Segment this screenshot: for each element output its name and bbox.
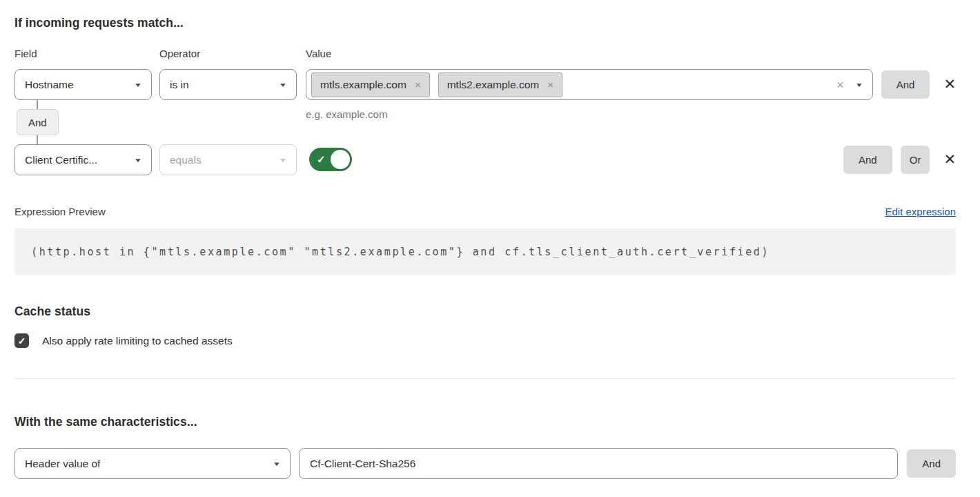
value-tag: mtls.example.com × — [311, 72, 430, 97]
value-tag-label: mtls.example.com — [320, 79, 406, 91]
chevron-down-icon: ▼ — [279, 157, 287, 163]
cached-assets-checkbox-label: Also apply rate limiting to cached asset… — [42, 335, 233, 347]
expression-code-block: (http.host in {"mtls.example.com" "mtls2… — [14, 228, 956, 275]
column-labels: Field Operator Value — [14, 48, 956, 59]
toggle-knob — [331, 150, 350, 169]
value-column-label: Value — [306, 48, 956, 59]
cache-status-title: Cache status — [14, 304, 956, 319]
operator-select-2-disabled: equals ▼ — [159, 144, 297, 175]
match-section-title: If incoming requests match... — [14, 16, 956, 30]
characteristics-section: With the same characteristics... Header … — [14, 415, 956, 479]
rate-limit-rule-builder: If incoming requests match... Field Oper… — [0, 0, 980, 479]
characteristic-select-value: Header value of — [25, 458, 100, 470]
check-icon: ✓ — [317, 153, 326, 166]
expression-preview-section: Expression Preview Edit expression (http… — [14, 206, 956, 275]
remove-tag-icon[interactable]: × — [547, 79, 553, 90]
add-and-condition-button[interactable]: And — [881, 70, 930, 99]
add-and-condition-button[interactable]: And — [843, 146, 892, 174]
chevron-down-icon[interactable]: ▼ — [855, 81, 863, 88]
field-column-label: Field — [14, 48, 159, 59]
edit-expression-link[interactable]: Edit expression — [885, 206, 956, 217]
value-tag: mtls2.example.com × — [438, 72, 562, 97]
field-select-1[interactable]: Hostname ▼ — [14, 69, 152, 100]
characteristics-title: With the same characteristics... — [14, 415, 956, 429]
field-select-2[interactable]: Client Certific... ▼ — [14, 144, 152, 175]
delete-condition-icon[interactable]: ✕ — [943, 150, 956, 168]
add-or-condition-button[interactable]: Or — [901, 146, 930, 174]
clear-values-icon[interactable]: × — [836, 79, 844, 91]
cert-verified-toggle[interactable]: ✓ — [309, 148, 352, 171]
chevron-down-icon: ▼ — [134, 81, 142, 88]
field-select-1-value: Hostname — [25, 79, 74, 91]
condition-row-2: Client Certific... ▼ equals ▼ ✓ And Or ✕ — [14, 144, 956, 175]
delete-condition-icon[interactable]: ✕ — [943, 75, 956, 92]
value-tag-label: mtls2.example.com — [447, 79, 540, 91]
cached-assets-checkbox[interactable]: ✓ — [14, 333, 29, 348]
header-name-input[interactable] — [299, 448, 898, 479]
condition-connector: And — [14, 100, 956, 144]
chevron-down-icon: ▼ — [279, 81, 287, 88]
characteristic-select[interactable]: Header value of ▼ — [14, 448, 291, 479]
operator-select-2-value: equals — [170, 154, 202, 166]
connector-and-button[interactable]: And — [17, 109, 59, 135]
field-select-2-value: Client Certific... — [25, 154, 97, 166]
section-divider — [14, 378, 956, 379]
value-multiselect-input[interactable]: mtls.example.com × mtls2.example.com × ×… — [306, 69, 873, 100]
operator-select-1[interactable]: is in ▼ — [159, 69, 297, 100]
check-icon: ✓ — [18, 336, 26, 346]
chevron-down-icon: ▼ — [134, 157, 142, 163]
cache-status-section: Cache status ✓ Also apply rate limiting … — [14, 304, 956, 348]
chevron-down-icon: ▼ — [273, 460, 281, 467]
add-characteristic-button[interactable]: And — [907, 449, 956, 478]
remove-tag-icon[interactable]: × — [415, 79, 421, 90]
expression-preview-label: Expression Preview — [14, 206, 106, 217]
operator-column-label: Operator — [159, 48, 306, 59]
operator-select-1-value: is in — [170, 79, 189, 91]
